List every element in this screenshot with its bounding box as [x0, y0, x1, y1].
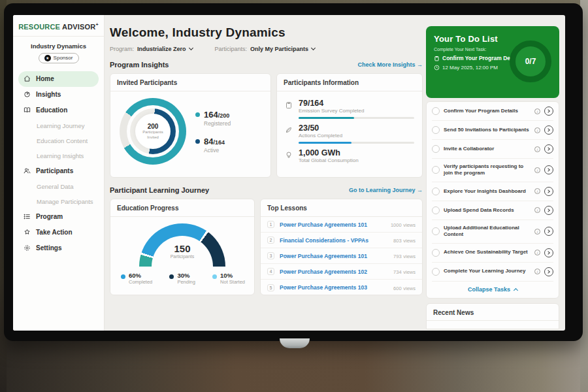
lesson-rank: 1 [267, 221, 274, 228]
chevron-right-icon[interactable] [544, 106, 553, 116]
task-label: Achieve One Sustainability Target [444, 249, 531, 255]
legend-pending: 30% Pending [169, 272, 195, 285]
sidebar-item-learning-journey[interactable]: Learning Journey [18, 118, 99, 133]
task-row[interactable]: Explore Your Insights Dashboard i [432, 182, 553, 201]
lesson-row[interactable]: 1 Power Purchase Agreements 101 1000 vie… [261, 217, 422, 233]
lesson-link[interactable]: Power Purchase Agreements 101 [280, 221, 385, 228]
arrow-right-icon: → [417, 61, 423, 68]
task-row[interactable]: Verify participants requesting to join t… [432, 159, 553, 182]
leaf-icon [285, 126, 293, 134]
task-row[interactable]: Send 50 Invitations to Participants i [432, 121, 553, 140]
todo-due-date: 12 May 2025, 12:00 PM [442, 65, 498, 71]
task-checkbox[interactable] [432, 166, 440, 174]
sidebar-item-manage-participants[interactable]: Manage Participants [18, 194, 99, 209]
info-icon[interactable]: i [534, 108, 540, 114]
emission-survey-stat: 79/164 Emission Survey Completed [285, 99, 414, 121]
program-dropdown[interactable]: Program: Industrialize Zero [110, 46, 193, 52]
task-row[interactable]: Achieve One Sustainability Target i [432, 244, 553, 263]
info-icon[interactable]: i [534, 250, 540, 255]
legend-value: 84 [204, 137, 213, 146]
sidebar-item-participants[interactable]: Participants [18, 163, 99, 179]
legend-label: Not Started [220, 279, 245, 285]
chevron-right-icon[interactable] [544, 125, 553, 135]
task-checkbox[interactable] [432, 249, 440, 257]
task-label: Upload Additional Educational Content [444, 225, 531, 238]
participants-information-card: Participants Information 79/164 Emission… [276, 73, 423, 178]
gauge-center-value: 150 [139, 243, 225, 254]
todo-hero-card: Your To Do List Complete Your Next Task:… [426, 26, 559, 98]
sidebar-item-learning-insights[interactable]: Learning Insights [18, 148, 99, 163]
lesson-row[interactable]: 2 Financial Considerations - VPPAs 803 v… [261, 233, 422, 248]
lesson-rank: 5 [267, 284, 274, 291]
lesson-row[interactable]: 3 Power Purchase Agreements 101 793 view… [261, 248, 422, 264]
lesson-link[interactable]: Financial Considerations - VPPAs [280, 237, 388, 244]
info-icon[interactable]: i [534, 127, 540, 133]
task-checkbox[interactable] [432, 107, 440, 115]
task-checkbox[interactable] [432, 188, 440, 195]
task-checkbox[interactable] [432, 206, 440, 214]
info-icon[interactable]: i [534, 207, 540, 213]
views-count: 734 [393, 269, 402, 275]
sidebar-item-settings[interactable]: Settings [18, 240, 99, 256]
views-label: views [403, 269, 416, 275]
link-label: Check More Insights [357, 61, 415, 68]
sidebar-item-label: Program [36, 213, 63, 220]
donut-legend: 164/200 Registered 84/164 Active [195, 110, 231, 154]
task-row[interactable]: Confirm Your Program Details i [432, 102, 553, 121]
top-lessons-card: Top Lessons 1 Power Purchase Agreements … [260, 199, 423, 295]
task-checkbox[interactable] [432, 227, 440, 235]
chevron-right-icon[interactable] [544, 165, 553, 174]
chevron-right-icon[interactable] [544, 248, 553, 257]
chevron-right-icon[interactable] [544, 206, 553, 215]
info-icon[interactable]: i [534, 269, 540, 274]
chevron-right-icon[interactable] [544, 227, 553, 236]
sidebar-item-program[interactable]: Program [18, 209, 99, 225]
insights-cards-row: Invited Participants 200 Participants In… [110, 73, 423, 178]
check-more-insights-link[interactable]: Check More Insights → [357, 61, 423, 68]
info-icon[interactable]: i [534, 146, 540, 152]
participants-dropdown[interactable]: Participants: Only My Participants [215, 46, 316, 52]
legend-dot [195, 112, 200, 117]
go-to-learning-journey-link[interactable]: Go to Learning Journey → [349, 187, 423, 193]
task-checkbox[interactable] [432, 126, 440, 134]
task-row[interactable]: Upload Additional Educational Content i [432, 220, 553, 244]
task-label: Upload Spend Data Records [444, 207, 531, 214]
sidebar-item-education[interactable]: Education [18, 103, 99, 118]
info-icon[interactable]: i [534, 188, 540, 194]
collapse-tasks-link[interactable]: Collapse Tasks [432, 282, 553, 298]
legend-registered: 164/200 Registered [195, 110, 231, 127]
task-checkbox[interactable] [432, 268, 440, 276]
task-row[interactable]: Upload Spend Data Records i [432, 201, 553, 220]
sidebar-item-general-data[interactable]: General Data [18, 179, 99, 194]
sidebar-item-take-action[interactable]: Take Action [18, 225, 99, 240]
task-label: Send 50 Invitations to Participants [444, 127, 531, 133]
stat-value: 23/50 [299, 123, 414, 133]
info-icon[interactable]: i [534, 229, 540, 235]
sidebar-item-insights[interactable]: Insights [18, 87, 99, 103]
lesson-link[interactable]: Power Purchase Agreements 103 [280, 284, 388, 291]
sidebar-item-education-content[interactable]: Education Content [18, 133, 99, 148]
sidebar-item-label: Participants [36, 167, 73, 174]
actions-progress-bar [299, 142, 414, 144]
info-icon[interactable]: i [534, 167, 540, 173]
task-row[interactable]: Complete Your Learning Journey i [432, 263, 553, 282]
lesson-row[interactable]: 5 Power Purchase Agreements 103 600 view… [261, 280, 422, 295]
legend-dot [169, 274, 174, 279]
chevron-right-icon[interactable] [544, 144, 553, 154]
filters-row: Program: Industrialize Zero Participants… [110, 46, 423, 52]
lesson-link[interactable]: Power Purchase Agreements 101 [280, 253, 388, 259]
chevron-right-icon[interactable] [544, 267, 553, 276]
chevron-right-icon[interactable] [544, 187, 553, 196]
task-checkbox[interactable] [432, 145, 440, 153]
lesson-link[interactable]: Power Purchase Agreements 102 [280, 269, 388, 275]
views-count: 600 [393, 286, 402, 291]
lesson-rank: 3 [267, 252, 274, 259]
sponsor-badge[interactable]: ★ Sponsor [39, 53, 79, 63]
lesson-row[interactable]: 4 Power Purchase Agreements 102 734 view… [261, 264, 422, 280]
section-title: Participant Learning Journey [110, 186, 209, 194]
legend-value: 164 [204, 110, 218, 120]
participants-icon [24, 167, 31, 174]
task-row[interactable]: Invite a Collaborator i [432, 140, 553, 159]
sidebar-item-home[interactable]: Home [18, 71, 99, 87]
gauge-center-label: Participants [139, 254, 225, 259]
